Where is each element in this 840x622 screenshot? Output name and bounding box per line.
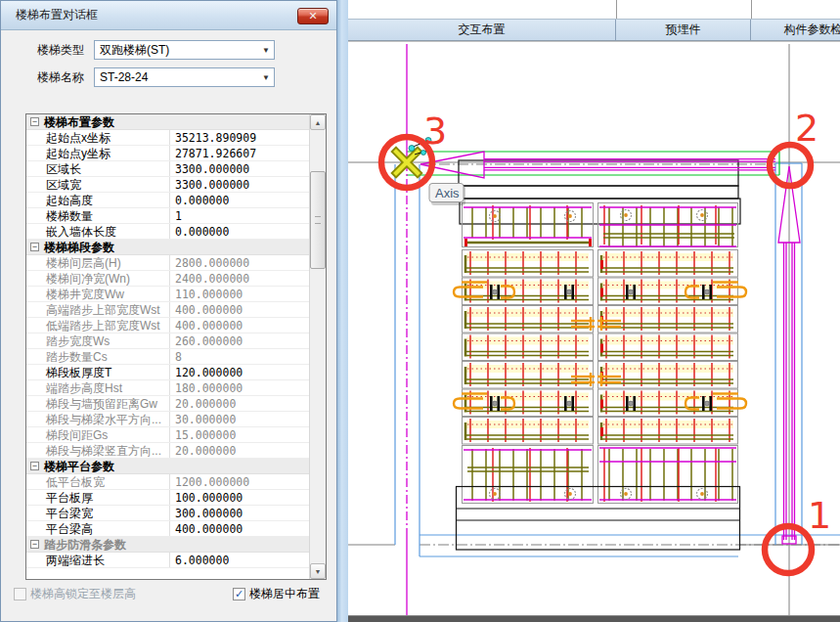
collapse-icon[interactable]: − — [30, 540, 39, 549]
scrollbar-thumb[interactable] — [310, 171, 326, 269]
stair-type-value: 双跑楼梯(ST) — [100, 42, 169, 59]
property-value[interactable]: 35213.890909 — [170, 130, 256, 146]
property-row[interactable]: 嵌入墙体长度0.000000 — [26, 224, 309, 240]
property-row[interactable]: 两端缩进长6.000000 — [26, 553, 309, 568]
collapse-icon[interactable]: − — [30, 243, 39, 251]
section-title: 楼梯平台参数 — [44, 459, 114, 474]
collapse-icon[interactable]: − — [30, 462, 39, 470]
property-row[interactable]: 梯段与梯梁竖直方向...20.000000 — [26, 443, 309, 459]
property-label: 梯段与梯梁水平方向... — [26, 412, 170, 427]
property-value[interactable]: 120.000000 — [170, 365, 243, 380]
property-value[interactable]: 15.000000 — [170, 427, 236, 443]
stair-name-combobox[interactable]: ST-28-24 ▼ — [94, 67, 275, 87]
property-row[interactable]: 平台梁高400.000000 — [26, 521, 309, 537]
property-row[interactable]: 低平台板宽1200.000000 — [26, 474, 309, 490]
property-value[interactable]: 20.000000 — [170, 443, 236, 459]
scroll-down-icon[interactable]: ▼ — [310, 563, 326, 579]
lock-height-label: 楼梯高锁定至楼层高 — [30, 586, 136, 602]
toolbar-item[interactable]: 交互布置 — [348, 20, 616, 40]
toolbar-item[interactable]: 构件参数检查 — [751, 20, 840, 40]
bottom-landing-mesh-right — [598, 446, 738, 504]
property-row[interactable]: 平台梁宽300.000000 — [26, 506, 309, 521]
property-value[interactable]: 2400.000000 — [170, 271, 249, 287]
property-label: 梯段与梯梁竖直方向... — [26, 443, 170, 459]
property-row[interactable]: 区域长3300.000000 — [26, 161, 309, 177]
property-row[interactable]: 楼梯井宽度Ww110.000000 — [26, 287, 309, 302]
property-value[interactable]: 400.000000 — [170, 302, 243, 318]
property-value[interactable]: 20.000000 — [170, 396, 236, 412]
property-row[interactable]: 踏步宽度Ws260.000000 — [26, 333, 309, 349]
cad-canvas[interactable]: 交互布置预埋件构件参数检查 — [348, 0, 840, 622]
stair-layout-dialog: 楼梯布置对话框 ✕ 楼梯类型 双跑楼梯(ST) ▼ 楼梯名称 ST-28-24 … — [0, 0, 337, 622]
property-row[interactable]: 端踏步高度Hst180.000000 — [26, 380, 309, 396]
property-row[interactable]: 梯段与梯梁水平方向...30.000000 — [26, 412, 309, 427]
property-label: 梯段间距Gs — [26, 427, 170, 443]
property-value[interactable]: 180.000000 — [170, 380, 243, 396]
property-value[interactable]: 1 — [170, 208, 182, 224]
center-layout-checkbox[interactable]: ✓ 楼梯居中布置 — [233, 586, 320, 602]
tread-bands-right — [597, 250, 746, 445]
dialog-titlebar[interactable]: 楼梯布置对话框 ✕ — [1, 1, 336, 30]
property-label: 楼梯井宽度Ww — [26, 287, 170, 302]
property-value[interactable]: 110.000000 — [170, 287, 243, 302]
stair-plan[interactable] — [454, 160, 746, 550]
property-row[interactable]: 梯段板厚度T120.000000 — [26, 365, 309, 380]
property-row[interactable]: 高端踏步上部宽度Wst400.000000 — [26, 302, 309, 318]
chevron-down-icon[interactable]: ▼ — [262, 46, 270, 55]
property-row[interactable]: 踏步数量Cs8 — [26, 349, 309, 365]
chevron-down-icon[interactable]: ▼ — [262, 73, 270, 82]
property-row[interactable]: 起始高度0.000000 — [26, 193, 309, 208]
canvas-top-strip — [348, 0, 840, 19]
property-row[interactable]: 楼梯间层高(H)2800.000000 — [26, 255, 309, 271]
property-value[interactable]: 400.000000 — [170, 318, 243, 333]
property-row[interactable]: 起始点x坐标35213.890909 — [26, 130, 309, 146]
stair-type-combobox[interactable]: 双跑楼梯(ST) ▼ — [94, 40, 275, 60]
property-value[interactable]: 30.000000 — [170, 412, 236, 427]
property-value[interactable]: 3300.000000 — [170, 161, 249, 177]
marker-1-label: 1 — [808, 494, 831, 537]
property-value[interactable]: 400.000000 — [170, 521, 243, 537]
property-label: 梯段与墙预留距离Gw — [26, 396, 170, 412]
property-value[interactable]: 6.000000 — [170, 553, 229, 568]
property-value[interactable]: 3300.000000 — [170, 177, 249, 193]
collapse-icon[interactable]: − — [30, 117, 39, 126]
property-row[interactable]: 楼梯数量1 — [26, 208, 309, 224]
property-value[interactable]: 2800.000000 — [170, 255, 249, 271]
property-value[interactable]: 1200.000000 — [170, 474, 249, 490]
cad-drawing[interactable]: 3 2 1 Axis — [348, 44, 840, 615]
property-value[interactable]: 260.000000 — [170, 333, 243, 349]
property-row[interactable]: 低端踏步上部宽度Wst400.000000 — [26, 318, 309, 333]
property-row[interactable]: 梯段与墙预留距离Gw20.000000 — [26, 396, 309, 412]
property-row[interactable]: 楼梯间净宽(Wn)2400.000000 — [26, 271, 309, 287]
lock-height-checkbox[interactable]: 楼梯高锁定至楼层高 — [14, 586, 136, 602]
placement-guides-magenta — [407, 44, 800, 615]
property-row[interactable]: 起始点y坐标27871.926607 — [26, 146, 309, 161]
property-label: 平台板厚 — [26, 490, 170, 506]
property-row[interactable]: 平台板厚100.000000 — [26, 490, 309, 506]
property-value[interactable]: 100.000000 — [170, 490, 243, 506]
property-value[interactable]: 8 — [170, 349, 182, 365]
property-value[interactable]: 0.000000 — [170, 224, 229, 240]
stair-name-label: 楼梯名称 — [37, 69, 92, 86]
property-label: 高端踏步上部宽度Wst — [26, 302, 170, 318]
checkbox-icon[interactable] — [14, 588, 26, 600]
property-row[interactable]: 区域宽3300.000000 — [26, 177, 309, 193]
tread-bands-left — [454, 250, 595, 445]
checkbox-icon[interactable]: ✓ — [233, 588, 245, 600]
property-section-header[interactable]: −踏步防滑条参数 — [26, 537, 309, 553]
marker-2-label: 2 — [795, 107, 818, 150]
canvas-toolbar: 交互布置预埋件构件参数检查 — [348, 19, 840, 41]
scroll-up-icon[interactable]: ▲ — [310, 114, 326, 130]
property-value[interactable]: 0.000000 — [170, 193, 229, 208]
property-section-header[interactable]: −楼梯平台参数 — [26, 459, 309, 474]
property-section-header[interactable]: −楼梯梯段参数 — [26, 240, 309, 255]
property-value[interactable]: 27871.926607 — [170, 146, 256, 161]
property-grid-rows: −楼梯布置参数起始点x坐标35213.890909起始点y坐标27871.926… — [26, 114, 309, 568]
close-button[interactable]: ✕ — [297, 8, 329, 24]
property-section-header[interactable]: −楼梯布置参数 — [26, 114, 309, 130]
toolbar-item[interactable]: 预埋件 — [616, 20, 751, 40]
scrollbar[interactable]: ▲ ▼ — [309, 114, 326, 579]
property-row[interactable]: 梯段间距Gs15.000000 — [26, 427, 309, 443]
property-value[interactable]: 300.000000 — [170, 506, 243, 521]
property-label: 低平台板宽 — [26, 474, 170, 490]
